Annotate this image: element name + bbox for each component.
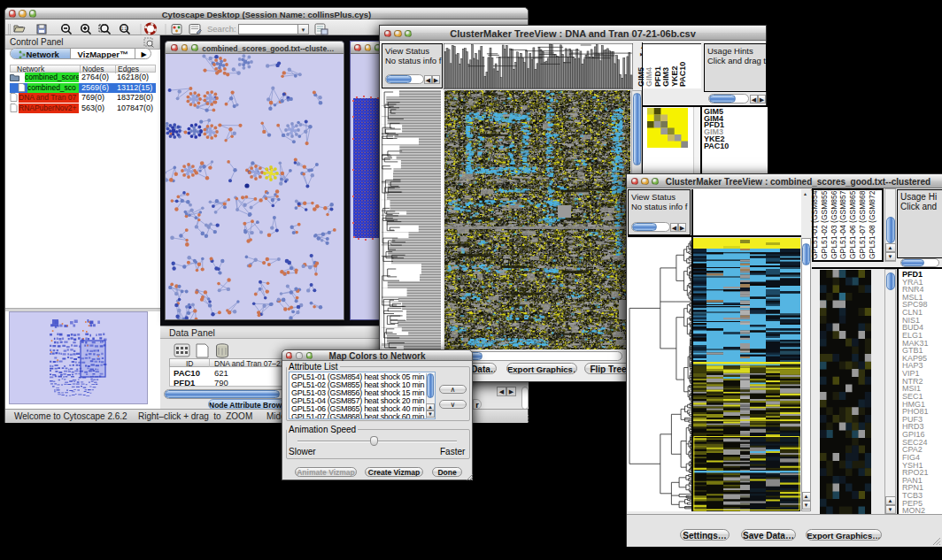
svg-text:1:1: 1:1 <box>121 27 127 31</box>
svg-text:Search:: Search: <box>207 24 236 34</box>
